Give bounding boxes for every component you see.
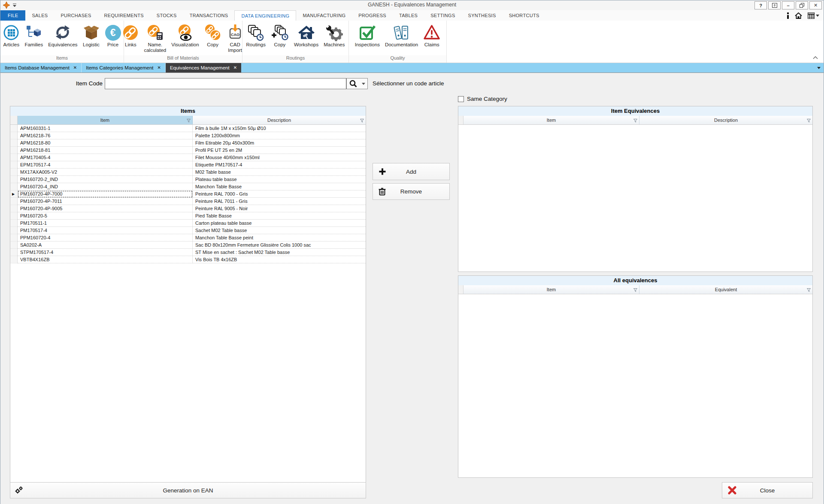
same-category-option[interactable]: Same Category (458, 96, 507, 102)
table-row[interactable]: APM16218-81 Profil PE UT 25 en 2M (10, 147, 366, 154)
minimize-button[interactable]: – (782, 1, 794, 9)
table-row[interactable]: APM160331-1 Film à bulle 1M x x150m 50µ … (10, 125, 366, 132)
tab-list-dropdown-icon[interactable] (817, 67, 821, 69)
pin-button[interactable] (768, 1, 781, 9)
help-button[interactable]: ? (754, 1, 767, 9)
row-selector-cell[interactable] (10, 147, 18, 154)
menu-tab[interactable]: SYNTHESIS (462, 10, 503, 21)
menu-tab[interactable]: PURCHASES (54, 10, 97, 21)
document-tab[interactable]: Equivalences Management ✕ (166, 63, 241, 72)
same-category-checkbox[interactable] (458, 96, 464, 102)
claims-button[interactable]: Claims (421, 23, 442, 48)
column-header-item[interactable]: Item (464, 285, 639, 294)
filter-icon[interactable] (807, 118, 811, 124)
row-selector-cell[interactable] (10, 183, 18, 190)
document-tab[interactable]: Items Database Management ✕ (0, 63, 82, 72)
workshops-button[interactable]: Workshops (292, 23, 321, 48)
calculator-menu[interactable] (808, 12, 819, 19)
table-row[interactable]: STPM170517-4 ST Mise en sachet : Sachet … (10, 249, 366, 256)
row-selector-cell[interactable] (10, 205, 18, 212)
table-row[interactable]: PM160720-4P-7011 Peinture RAL 7011 - Gri… (10, 198, 366, 205)
table-row[interactable]: VBTB4X16ZB Vis Bois TB 4x16ZB (10, 256, 366, 263)
table-row[interactable]: PM160720-4_IND Manchon Table Basse (10, 183, 366, 190)
copy-links-button[interactable]: Copy (202, 23, 224, 48)
item-code-search-button[interactable] (346, 78, 360, 89)
table-row[interactable]: MX17AXA005-V2 M02 Table basse (10, 169, 366, 176)
table-row[interactable]: APM170405-4 Filet Mousse 40/60mm x150ml (10, 154, 366, 161)
row-selector-cell[interactable] (10, 227, 18, 234)
machines-button[interactable]: Machines (321, 23, 347, 48)
row-selector-cell[interactable] (10, 198, 18, 205)
filter-icon[interactable] (187, 118, 191, 124)
menu-tab[interactable]: REQUIREMENTS (98, 10, 150, 21)
table-row[interactable]: PM170511-1 Carton plateau table basse (10, 220, 366, 227)
item-code-input[interactable] (105, 78, 346, 89)
table-row[interactable]: APM16218-80 Film Etirable 20µ 450x300m (10, 139, 366, 147)
equivalences-button[interactable]: Equivalences (46, 23, 79, 48)
close-tab-icon[interactable]: ✕ (73, 66, 77, 70)
column-header-description[interactable]: Description (193, 116, 366, 124)
column-header-item[interactable]: Item (464, 116, 639, 124)
row-selector-cell[interactable] (10, 169, 18, 176)
restore-button[interactable] (796, 1, 808, 9)
menu-tab[interactable]: MANUFACTURING (296, 10, 352, 21)
menu-tab[interactable]: TRANSACTIONS (183, 10, 235, 21)
families-button[interactable]: Families (22, 23, 45, 48)
table-row[interactable]: EPM170517-4 Etiquette PM170517-4 (10, 161, 366, 169)
table-row[interactable]: SA0202-A Sac BD 80x120mm Fermeture Gliss… (10, 241, 366, 249)
routings-button[interactable]: Routings (244, 23, 268, 48)
table-row[interactable]: PM170517-4 Sachet M02 Table basse (10, 227, 366, 234)
ribbon-collapse-chevron-icon[interactable] (813, 53, 818, 61)
menu-tab[interactable]: FILE (0, 10, 25, 21)
menu-tab[interactable]: PROGRESS (352, 10, 393, 21)
filter-icon[interactable] (633, 288, 637, 293)
row-selector-cell[interactable] (10, 256, 18, 263)
row-selector-cell[interactable] (10, 154, 18, 161)
item-code-search-dropdown[interactable] (359, 78, 368, 89)
menu-tab[interactable]: STOCKS (150, 10, 183, 21)
articles-button[interactable]: Articles (1, 23, 21, 48)
menu-tab[interactable]: SETTINGS (424, 10, 461, 21)
row-selector-cell[interactable] (10, 125, 18, 132)
table-row[interactable]: PM160720-5 Pied Table Basse (10, 212, 366, 220)
filter-icon[interactable] (807, 288, 811, 293)
menu-tab[interactable]: TABLES (393, 10, 424, 21)
row-selector-cell[interactable] (10, 234, 18, 241)
row-selector-cell[interactable] (10, 139, 18, 147)
links-button[interactable]: Links (120, 23, 141, 48)
close-tab-icon[interactable]: ✕ (158, 66, 161, 70)
row-selector-cell[interactable] (10, 176, 18, 183)
row-selector-cell[interactable] (10, 212, 18, 220)
visualization-button[interactable]: Visualization (169, 23, 201, 48)
row-selector-cell[interactable] (10, 190, 18, 198)
row-selector-cell[interactable] (10, 241, 18, 249)
documentation-button[interactable]: Documentation (383, 23, 420, 48)
column-header-equivalent[interactable]: Equivalent (639, 285, 812, 294)
info-icon[interactable] (787, 12, 789, 19)
menu-tab[interactable]: DATA ENGINEERING (234, 10, 296, 21)
inspections-button[interactable]: Inspections (353, 23, 382, 48)
table-row[interactable]: PM160720-4P-9005 Peinture RAL 9005 - Noi… (10, 205, 366, 212)
home-icon[interactable] (795, 12, 802, 19)
table-row[interactable]: PM160720-2_IND Plateau table basse (10, 176, 366, 183)
close-window-button[interactable]: ✕ (809, 1, 822, 9)
generation-on-ean-button[interactable]: Generation on EAN (10, 482, 366, 498)
row-selector-cell[interactable] (10, 220, 18, 227)
copy-routings-button[interactable]: Copy (269, 23, 291, 48)
menu-tab[interactable]: SALES (25, 10, 54, 21)
close-button[interactable]: Close (722, 482, 813, 498)
table-row[interactable]: APM16218-76 Palette 1200x800mm (10, 132, 366, 139)
table-row[interactable]: PM160720-4P-7000 Peinture RAL 7000 - Gri… (10, 190, 366, 198)
name-calculated-button[interactable]: Name. calculated (142, 23, 168, 54)
row-selector-cell[interactable] (10, 249, 18, 256)
close-tab-icon[interactable]: ✕ (233, 66, 237, 70)
row-selector-cell[interactable] (10, 132, 18, 139)
menu-tab[interactable]: SHORTCUTS (503, 10, 546, 21)
column-header-description[interactable]: Description (639, 116, 812, 124)
add-button[interactable]: Add (373, 163, 450, 180)
logistic-button[interactable]: Logistic (81, 23, 102, 48)
column-header-item[interactable]: Item (18, 116, 193, 124)
row-selector-cell[interactable] (10, 161, 18, 169)
filter-icon[interactable] (360, 118, 364, 124)
filter-icon[interactable] (633, 118, 637, 124)
